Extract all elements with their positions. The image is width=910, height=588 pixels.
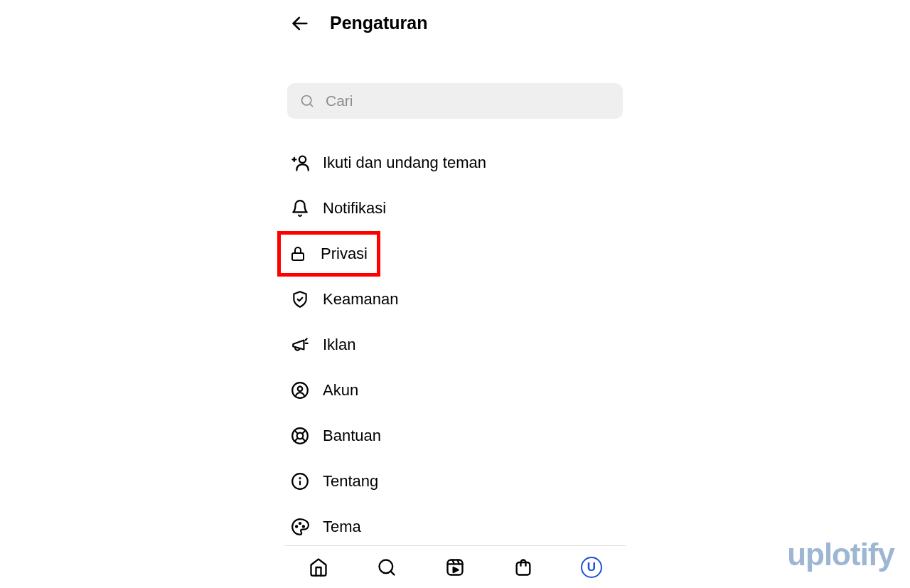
menu-item-label: Iklan — [323, 336, 355, 354]
profile-avatar-icon: U — [581, 557, 602, 578]
nav-search[interactable] — [376, 557, 397, 578]
menu-item-security[interactable]: Keamanan — [284, 277, 626, 322]
svg-line-24 — [390, 571, 394, 574]
svg-point-3 — [299, 156, 306, 163]
nav-shop[interactable] — [513, 557, 534, 578]
settings-panel: Pengaturan Ikuti dan undang teman — [284, 0, 626, 588]
bell-icon — [291, 199, 309, 218]
svg-point-22 — [303, 525, 304, 527]
svg-rect-6 — [292, 253, 304, 260]
life-buoy-icon — [291, 427, 309, 445]
menu-item-label: Keamanan — [323, 290, 398, 309]
svg-line-7 — [306, 338, 307, 340]
menu-item-label: Akun — [323, 381, 358, 400]
menu-item-theme[interactable]: Tema — [284, 504, 626, 550]
user-circle-icon — [291, 381, 309, 400]
menu-item-label: Ikuti dan undang teman — [323, 154, 486, 172]
menu-item-label: Bantuan — [323, 427, 381, 445]
svg-line-14 — [302, 438, 306, 442]
svg-point-20 — [296, 525, 297, 527]
search-icon — [300, 94, 314, 108]
search-input[interactable] — [326, 92, 610, 109]
menu-item-help[interactable]: Bantuan — [284, 413, 626, 459]
nav-reels[interactable] — [444, 557, 466, 578]
profile-letter: U — [587, 560, 596, 574]
settings-menu-list: Ikuti dan undang teman Notifikasi Privas… — [284, 140, 626, 550]
svg-line-2 — [310, 104, 313, 107]
svg-rect-30 — [517, 562, 530, 575]
add-friend-icon — [290, 153, 310, 173]
svg-point-10 — [298, 387, 303, 392]
svg-point-21 — [299, 523, 301, 524]
search-bar[interactable] — [287, 83, 623, 119]
palette-icon — [291, 518, 309, 536]
menu-item-label: Tema — [323, 518, 361, 536]
menu-item-notifications[interactable]: Notifikasi — [284, 186, 626, 231]
menu-item-privacy[interactable]: Privasi — [277, 231, 380, 277]
bottom-nav: U — [284, 545, 626, 588]
menu-item-ads[interactable]: Iklan — [284, 322, 626, 368]
arrow-left-icon — [290, 14, 310, 33]
menu-item-account[interactable]: Akun — [284, 368, 626, 413]
nav-profile[interactable]: U — [581, 557, 602, 578]
svg-line-15 — [302, 430, 306, 434]
menu-item-invite-friends[interactable]: Ikuti dan undang teman — [284, 140, 626, 186]
back-button[interactable] — [290, 14, 310, 33]
menu-item-label: Notifikasi — [323, 199, 386, 218]
menu-item-about[interactable]: Tentang — [284, 459, 626, 504]
menu-item-label: Privasi — [321, 245, 368, 263]
shield-check-icon — [291, 290, 309, 309]
home-icon — [309, 557, 328, 577]
shopping-bag-icon — [513, 557, 533, 577]
page-title: Pengaturan — [330, 13, 428, 33]
search-icon — [377, 557, 397, 577]
watermark: uplotify — [787, 537, 894, 572]
lock-icon — [289, 245, 306, 262]
menu-item-label: Tentang — [323, 472, 378, 491]
megaphone-icon — [291, 336, 309, 354]
svg-line-16 — [294, 438, 298, 442]
svg-marker-29 — [454, 567, 459, 572]
header-bar: Pengaturan — [284, 0, 626, 46]
svg-line-13 — [294, 430, 298, 434]
nav-home[interactable] — [308, 557, 329, 578]
reels-icon — [445, 557, 465, 577]
svg-point-19 — [299, 478, 300, 479]
info-icon — [291, 472, 309, 491]
